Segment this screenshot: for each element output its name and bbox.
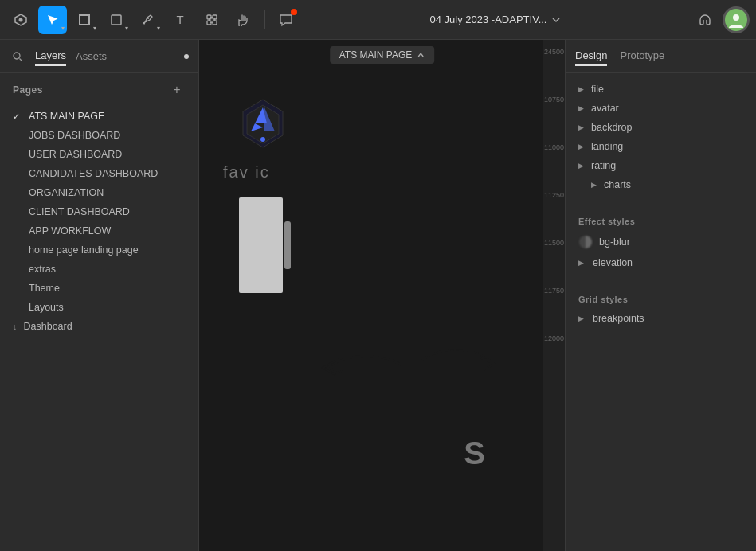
toolbar-center: 04 July 2023 -ADAPTIV... bbox=[304, 14, 687, 25]
pen-tool-button[interactable]: ▾ bbox=[134, 6, 163, 34]
layer-label: charts bbox=[604, 179, 631, 190]
headphones-button[interactable] bbox=[691, 6, 719, 34]
page-item-dashboard[interactable]: ↓ Dashboard bbox=[0, 317, 198, 336]
layer-item-avatar[interactable]: ▶ avatar bbox=[566, 99, 756, 118]
layer-item-charts[interactable]: ▶ charts bbox=[566, 175, 756, 194]
chevron-icon: ▶ bbox=[578, 104, 586, 112]
pen-tool-group: ▾ bbox=[134, 6, 163, 34]
svg-point-0 bbox=[19, 18, 23, 21]
svg-rect-6 bbox=[88, 16, 90, 24]
comment-button[interactable] bbox=[272, 6, 300, 34]
frame-tool-group: ▾ bbox=[70, 6, 99, 34]
layer-item-rating[interactable]: ▶ rating bbox=[566, 156, 756, 175]
page-item-label: JOBS DASHBOARD bbox=[29, 130, 120, 141]
svg-rect-9 bbox=[112, 15, 121, 25]
canvas-scroll-thumb bbox=[284, 221, 291, 269]
toolbar-divider bbox=[264, 10, 265, 29]
shape-tool-button[interactable]: ▾ bbox=[102, 6, 131, 34]
chevron-up-icon bbox=[417, 51, 425, 59]
right-panel-content: ▶ file ▶ avatar ▶ backdrop ▶ landing ▶ r… bbox=[566, 73, 756, 551]
canvas-ruler-right: 24500 10750 11000 11250 11500 11750 1200… bbox=[543, 40, 565, 551]
svg-rect-5 bbox=[79, 16, 80, 24]
style-name: elevation bbox=[593, 257, 633, 268]
page-item-client[interactable]: CLIENT DASHBOARD bbox=[0, 202, 198, 221]
layer-label: file bbox=[591, 84, 604, 95]
page-item-org[interactable]: ORGANIZATION bbox=[0, 183, 198, 202]
page-item-user[interactable]: USER DASHBOARD bbox=[0, 145, 198, 164]
layer-label: rating bbox=[591, 160, 616, 171]
effect-styles-header: Effect styles bbox=[566, 207, 756, 231]
canvas-logo bbox=[239, 96, 287, 155]
grid-style-breakpoints[interactable]: ▶ breakpoints bbox=[566, 309, 756, 328]
hand-tool-button[interactable] bbox=[229, 6, 258, 34]
page-item-home[interactable]: home page landing page bbox=[0, 240, 198, 260]
effect-style-elevation[interactable]: ▶ elevation bbox=[566, 253, 756, 272]
canvas-content: fav ic S bbox=[215, 80, 533, 535]
ruler-mark-24500: 24500 bbox=[544, 48, 564, 96]
spacer bbox=[566, 194, 756, 207]
chevron-icon: ▶ bbox=[578, 123, 586, 131]
logo-button[interactable] bbox=[6, 6, 35, 34]
page-item-label: ATS MAIN PAGE bbox=[29, 111, 104, 122]
page-item-layouts[interactable]: Layouts bbox=[0, 298, 198, 317]
layer-label: avatar bbox=[591, 103, 619, 114]
select-tool-group: ▾ bbox=[38, 6, 67, 34]
spacer bbox=[566, 272, 756, 285]
assets-notification-dot bbox=[184, 54, 189, 59]
effect-style-bg-blur[interactable]: bg-blur bbox=[566, 231, 756, 253]
chevron-icon: ▶ bbox=[578, 143, 586, 150]
layer-label: landing bbox=[591, 141, 623, 152]
svg-point-17 bbox=[14, 53, 20, 59]
down-arrow-icon: ↓ bbox=[13, 322, 18, 331]
logo-group bbox=[6, 6, 35, 34]
page-indicator-label: ATS MAIN PAGE bbox=[339, 49, 413, 61]
page-item-label: APP WORKFLOW bbox=[29, 225, 111, 236]
style-name: bg-blur bbox=[599, 236, 630, 248]
tab-prototype[interactable]: Prototype bbox=[620, 46, 664, 66]
select-tool-button[interactable]: ▾ bbox=[38, 6, 67, 34]
page-item-ats-main[interactable]: ✓ ATS MAIN PAGE bbox=[0, 107, 198, 126]
tab-assets[interactable]: Assets bbox=[76, 47, 107, 65]
layer-item-landing[interactable]: ▶ landing bbox=[566, 137, 756, 156]
page-item-label: CLIENT DASHBOARD bbox=[29, 206, 130, 217]
hand-tool-group bbox=[229, 6, 258, 34]
page-item-extras[interactable]: extras bbox=[0, 260, 198, 279]
left-panel: Layers Assets Pages + ✓ ATS MAIN PAGE JO… bbox=[0, 40, 199, 551]
pages-label: Pages bbox=[13, 84, 43, 96]
component-tool-group bbox=[198, 6, 226, 34]
check-icon: ✓ bbox=[13, 111, 22, 122]
text-tool-button[interactable]: T bbox=[166, 6, 194, 34]
frame-tool-button[interactable]: ▾ bbox=[70, 6, 99, 34]
add-page-button[interactable]: + bbox=[168, 81, 186, 99]
main-area: Layers Assets Pages + ✓ ATS MAIN PAGE JO… bbox=[0, 40, 756, 551]
user-avatar[interactable] bbox=[723, 6, 750, 33]
chevron-icon: ▶ bbox=[578, 315, 586, 322]
ruler-mark-11500: 11500 bbox=[544, 239, 564, 287]
page-item-workflow[interactable]: APP WORKFLOW bbox=[0, 221, 198, 240]
search-icon[interactable] bbox=[10, 49, 25, 64]
page-item-label: USER DASHBOARD bbox=[29, 149, 122, 160]
page-item-label: ORGANIZATION bbox=[29, 187, 104, 198]
chevron-icon: ▶ bbox=[578, 85, 586, 93]
pages-header: Pages + bbox=[0, 73, 198, 104]
grid-styles-header: Grid styles bbox=[566, 285, 756, 309]
project-title[interactable]: 04 July 2023 -ADAPTIV... bbox=[430, 14, 562, 25]
svg-point-18 bbox=[260, 137, 265, 142]
layer-label: backdrop bbox=[591, 122, 632, 133]
page-item-label: Theme bbox=[29, 283, 60, 294]
right-panel: Design Prototype ▶ file ▶ avatar ▶ backd… bbox=[565, 40, 756, 551]
page-item-label: Dashboard bbox=[24, 321, 72, 332]
tab-design[interactable]: Design bbox=[575, 46, 607, 66]
tab-layers[interactable]: Layers bbox=[35, 46, 66, 66]
layer-item-backdrop[interactable]: ▶ backdrop bbox=[566, 118, 756, 137]
page-item-theme[interactable]: Theme bbox=[0, 279, 198, 298]
page-indicator[interactable]: ATS MAIN PAGE bbox=[330, 46, 435, 64]
right-panel-tabs: Design Prototype bbox=[566, 40, 756, 73]
page-item-jobs[interactable]: JOBS DASHBOARD bbox=[0, 126, 198, 145]
page-item-candidates[interactable]: CANDIDATES DASHBOARD bbox=[0, 164, 198, 183]
chevron-icon: ▶ bbox=[578, 259, 586, 267]
ruler-mark-11250: 11250 bbox=[544, 191, 564, 239]
component-tool-button[interactable] bbox=[198, 6, 226, 34]
page-item-label: Layouts bbox=[29, 302, 64, 313]
layer-item-file[interactable]: ▶ file bbox=[566, 80, 756, 99]
